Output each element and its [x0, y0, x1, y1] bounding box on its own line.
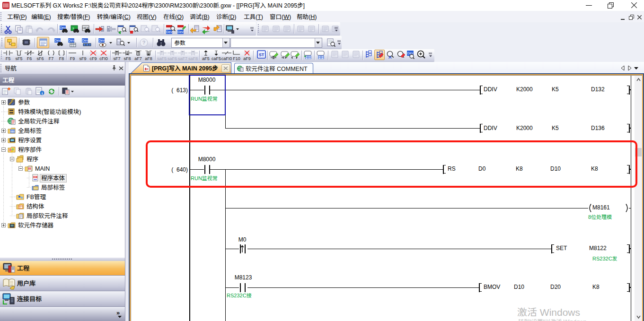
- svg-text:Dev: Dev: [82, 39, 88, 42]
- svg-text:Dev: Dev: [60, 26, 66, 29]
- svg-text:Dev: Dev: [177, 30, 184, 34]
- svg-text:Dev: Dev: [68, 39, 74, 42]
- svg-text:?: ?: [142, 40, 146, 45]
- svg-text:Dev: Dev: [166, 30, 172, 34]
- svg-text:Dev: Dev: [98, 39, 105, 42]
- svg-text:ST: ST: [259, 52, 265, 57]
- svg-text:A: A: [388, 55, 392, 59]
- svg-text:Dev: Dev: [54, 39, 61, 42]
